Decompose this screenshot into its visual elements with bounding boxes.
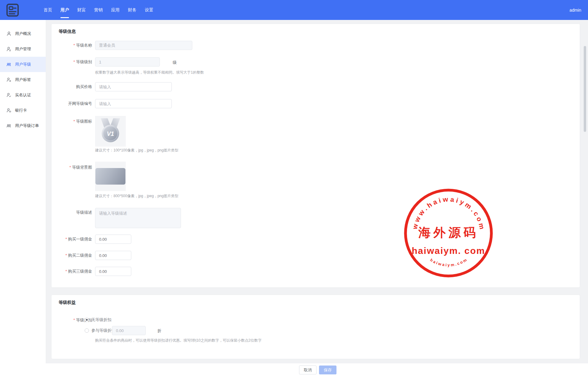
sidebar-item-label: 实名认证 bbox=[15, 92, 31, 98]
sidebar: 用户概况 用户管理 用户等级 用户标签 实名认证 银行卡 用户等级订单 bbox=[0, 20, 46, 363]
level-background-hint: 建议尺寸：800*500像素，jpg，jpeg，png图片类型 bbox=[95, 193, 178, 199]
sidebar-item-label: 用户标签 bbox=[15, 77, 31, 82]
commission-l1-input[interactable] bbox=[95, 235, 131, 244]
nav-item-home[interactable]: 首页 bbox=[44, 0, 52, 20]
user-verify-icon bbox=[6, 93, 11, 98]
nav-item-apps[interactable]: 应用 bbox=[111, 0, 120, 20]
save-button[interactable]: 保存 bbox=[319, 366, 336, 374]
nav-item-finance[interactable]: 财务 bbox=[128, 0, 136, 20]
purchase-price-input[interactable] bbox=[95, 82, 172, 91]
nav-item-settings[interactable]: 设置 bbox=[145, 0, 153, 20]
medal-badge-text: V1 bbox=[107, 131, 114, 137]
commission-l3-label: 购买三级佣金 bbox=[52, 269, 92, 274]
discount-value-input bbox=[112, 326, 146, 335]
level-rank-label: 等级级别 bbox=[52, 59, 92, 64]
commission-l2-input[interactable] bbox=[95, 251, 131, 260]
footer-buttons: 取消 保存 bbox=[0, 363, 588, 379]
sidebar-item-real-name-verify[interactable]: 实名认证 bbox=[0, 87, 46, 103]
sidebar-item-user-tags[interactable]: 用户标签 bbox=[0, 72, 46, 87]
level-background-label: 等级背景图 bbox=[52, 165, 92, 170]
level-icon-label: 等级图标 bbox=[52, 119, 92, 124]
user-group-order-icon bbox=[6, 123, 11, 128]
sidebar-item-user-level-orders[interactable]: 用户等级订单 bbox=[0, 118, 46, 133]
discount-join-option: 参与等级折扣 bbox=[85, 328, 115, 333]
level-rank-hint: 权重数字越大表示等级越高，等级权重不能相同。填写大于1的整数 bbox=[95, 70, 204, 75]
sidebar-item-bank-card[interactable]: 银行卡 bbox=[0, 103, 46, 118]
main-nav: 首页 用户 财富 营销 应用 财务 设置 bbox=[44, 0, 153, 20]
user-manage-icon bbox=[6, 47, 11, 52]
level-name-label: 等级名称 bbox=[52, 43, 92, 48]
commission-l3-input[interactable] bbox=[95, 267, 131, 276]
nav-item-wealth[interactable]: 财富 bbox=[77, 0, 86, 20]
level-desc-textarea bbox=[95, 208, 181, 228]
current-user-menu[interactable]: admin bbox=[570, 0, 581, 20]
discount-none-option: 无等级折扣 bbox=[85, 317, 111, 323]
user-icon bbox=[6, 31, 11, 36]
purchase-price-label: 购买价格 bbox=[52, 84, 92, 89]
bank-card-icon bbox=[6, 108, 11, 113]
commission-l2-label: 购买二级佣金 bbox=[52, 253, 92, 258]
top-navbar: 首页 用户 财富 营销 应用 财务 设置 admin bbox=[0, 0, 588, 20]
level-background-upload[interactable] bbox=[95, 162, 126, 191]
sidebar-item-user-level[interactable]: 用户等级 bbox=[0, 57, 46, 72]
sidebar-item-label: 用户管理 bbox=[15, 46, 31, 52]
network-level-no-label: 开网等级编号 bbox=[52, 101, 92, 106]
network-level-no-input[interactable] bbox=[95, 99, 172, 108]
sidebar-item-user-overview[interactable]: 用户概况 bbox=[0, 26, 46, 41]
commission-l1-label: 购买一级佣金 bbox=[52, 237, 92, 242]
level-info-card: 等级信息 等级名称 等级级别 级 权重数字越大表示等级越高，等级权重不能相同。填… bbox=[52, 24, 580, 287]
discount-none-label: 无等级折扣 bbox=[91, 317, 111, 323]
level-rights-card: 等级权益 等级折扣 无等级折扣 参与等级折扣 折 购买符合条件的商品时，可以使用… bbox=[52, 295, 580, 359]
cancel-button[interactable]: 取消 bbox=[299, 366, 317, 374]
nav-item-user[interactable]: 用户 bbox=[60, 0, 69, 20]
level-desc-label: 等级描述 bbox=[52, 210, 92, 215]
radio-unselected-icon bbox=[85, 328, 89, 333]
sidebar-item-label: 用户概况 bbox=[15, 31, 31, 36]
vertical-scrollbar-thumb[interactable] bbox=[584, 46, 586, 132]
level-background-image bbox=[95, 168, 125, 185]
sidebar-item-label: 用户等级 bbox=[15, 62, 31, 67]
discount-hint: 购买符合条件的商品时，可以使用等级折扣进行优惠。填写0到10之间的数字，可以保留… bbox=[95, 338, 262, 343]
level-rights-title: 等级权益 bbox=[59, 300, 76, 305]
level-icon-hint: 建议尺寸：100*100像素，jpg，jpeg，png图片类型 bbox=[95, 148, 178, 153]
level-rank-input bbox=[95, 57, 160, 67]
sidebar-item-label: 用户等级订单 bbox=[15, 123, 39, 128]
medal-icon: V1 bbox=[96, 117, 125, 145]
user-group-icon bbox=[6, 62, 11, 67]
level-name-input bbox=[95, 41, 192, 50]
discount-suffix: 折 bbox=[157, 328, 161, 334]
level-info-title: 等级信息 bbox=[59, 29, 76, 34]
app-logo-icon[interactable] bbox=[6, 3, 19, 17]
radio-selected-icon bbox=[85, 318, 89, 322]
level-icon-upload[interactable]: V1 bbox=[95, 116, 126, 147]
sidebar-item-user-management[interactable]: 用户管理 bbox=[0, 41, 46, 57]
nav-item-marketing[interactable]: 营销 bbox=[94, 0, 103, 20]
level-rank-suffix: 级 bbox=[173, 60, 177, 65]
user-tag-icon bbox=[6, 77, 11, 82]
sidebar-item-label: 银行卡 bbox=[15, 108, 27, 113]
